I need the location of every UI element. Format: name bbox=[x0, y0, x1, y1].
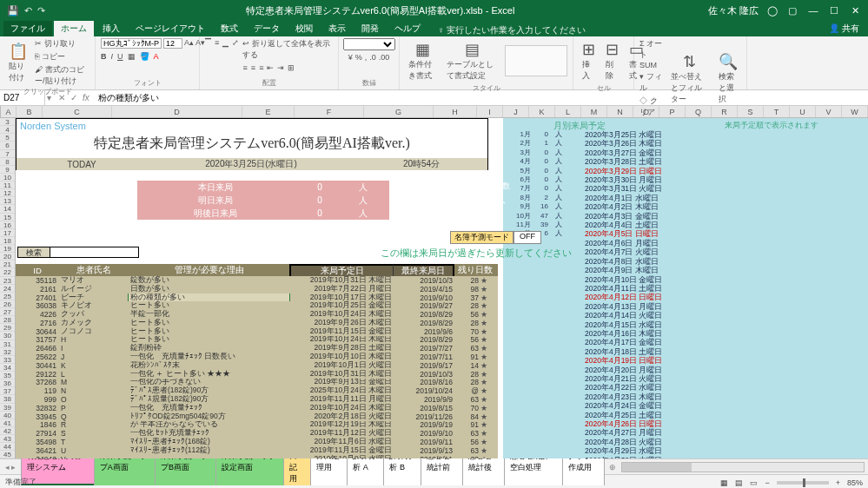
table-row[interactable]: 30644ノコノコヒート多い2019年11月15日 金曜日2019/9/670★ bbox=[16, 327, 498, 336]
col-header[interactable]: P bbox=[659, 106, 686, 117]
zoom-value[interactable]: 85% bbox=[847, 478, 863, 487]
zoom-out-icon[interactable]: − bbox=[765, 478, 769, 487]
table-row[interactable]: 4226クッパ半錠一部化2019年10月24日 木曜日2019/8/2956★ bbox=[16, 310, 498, 319]
col-header[interactable]: D bbox=[112, 106, 242, 117]
copy-button[interactable]: ⎘ コピー bbox=[35, 51, 89, 63]
search-box[interactable]: 検索 bbox=[17, 247, 139, 258]
view-pagebreak-icon[interactable]: ▭ bbox=[750, 478, 758, 487]
tab-file[interactable]: ファイル bbox=[3, 21, 52, 36]
col-header[interactable]: R bbox=[712, 106, 738, 117]
user-avatar-icon[interactable]: ◯ bbox=[767, 5, 778, 16]
insert-cells-button[interactable]: ⊞挿入 bbox=[579, 38, 599, 83]
row-header[interactable]: 22 bbox=[0, 268, 15, 276]
row-header[interactable]: 32 bbox=[0, 348, 15, 356]
zoom-slider[interactable] bbox=[777, 481, 829, 485]
currency-icon[interactable]: ¥ bbox=[348, 53, 353, 62]
table-row[interactable]: 35498Tﾏｲｽﾘｰ患者ﾁｪｯｸ(168錠)2019年11月6日 水曜日201… bbox=[16, 438, 498, 446]
number-format-select[interactable] bbox=[343, 38, 395, 50]
orientation-icon[interactable]: ⤢ bbox=[232, 38, 239, 61]
font-name-select[interactable] bbox=[101, 38, 162, 49]
col-header[interactable]: H bbox=[434, 106, 477, 117]
row-header[interactable]: 38 bbox=[0, 395, 15, 403]
comma-icon[interactable]: , bbox=[365, 53, 368, 62]
col-header[interactable]: C bbox=[43, 106, 112, 117]
mode-toggle[interactable]: 名簿予測モード OFF bbox=[450, 231, 541, 244]
wrap-text-button[interactable]: ↩ 折り返して全体を表示する bbox=[242, 38, 333, 61]
row-header[interactable]: 34 bbox=[0, 364, 15, 372]
share-button[interactable]: 👤 共有 bbox=[824, 21, 865, 36]
enter-formula-icon[interactable]: ✓ bbox=[70, 93, 77, 102]
name-box[interactable]: D27 bbox=[0, 90, 45, 105]
sheet-nav-first-icon[interactable]: ◂ bbox=[5, 463, 10, 472]
row-header[interactable]: 4 bbox=[0, 126, 15, 134]
search-input[interactable] bbox=[50, 247, 138, 257]
cut-button[interactable]: ✂ 切り取り bbox=[35, 38, 89, 49]
user-name[interactable]: 佐々木 隆広 bbox=[708, 4, 759, 17]
worksheet[interactable]: Norden System 特定患者来局管理システムver6.0(簡易型AI搭載… bbox=[16, 118, 868, 458]
undo-icon[interactable]: ↶ bbox=[24, 5, 32, 16]
tab-help[interactable]: ヘルプ bbox=[388, 21, 427, 36]
table-row[interactable]: 35118マリオ錠数が多い2019年10月31日 木曜日2019/10/328★ bbox=[16, 276, 498, 285]
table-row[interactable]: 31757Hヒート多い2019年10月24日 木曜日2019/8/2956★ bbox=[16, 336, 498, 345]
table-row[interactable]: 27401ピーチ粉の種類が多い2019年10月17日 木曜日2019/9/103… bbox=[16, 293, 498, 302]
col-header[interactable]: L bbox=[555, 106, 581, 117]
border-button[interactable]: ▦ bbox=[128, 52, 136, 61]
col-header[interactable]: I bbox=[477, 106, 503, 117]
row-header[interactable]: 36 bbox=[0, 379, 15, 387]
align-top-icon[interactable]: ▔ bbox=[205, 38, 211, 61]
tell-me[interactable]: ♀ 実行したい作業を入力してください bbox=[438, 24, 586, 36]
col-header[interactable]: E bbox=[242, 106, 295, 117]
view-normal-icon[interactable]: ▦ bbox=[720, 478, 728, 487]
ribbon-options-icon[interactable]: ▢ bbox=[786, 5, 798, 16]
minimize-icon[interactable]: — bbox=[807, 5, 819, 16]
row-header[interactable]: 6 bbox=[0, 142, 15, 149]
align-bottom-icon[interactable]: ▁ bbox=[222, 38, 229, 61]
row-header[interactable]: 45 bbox=[0, 451, 15, 458]
row-header[interactable]: 41 bbox=[0, 419, 15, 427]
table-row[interactable]: 2716カメックヒート多い2019年9月26日 木曜日2019/8/2928★ bbox=[16, 319, 498, 327]
cond-format-button[interactable]: ▦条件付き書式 bbox=[405, 38, 440, 83]
table-row[interactable]: 30441K花粉ｼﾝﾊﾞｽﾀ末2019年10月1日 火曜日2019/9/1714… bbox=[16, 361, 498, 370]
row-header[interactable]: 33 bbox=[0, 356, 15, 364]
row-header[interactable]: 42 bbox=[0, 427, 15, 435]
row-header[interactable]: 31 bbox=[0, 340, 15, 348]
horizontal-scrollbar[interactable] bbox=[621, 462, 865, 472]
table-row[interactable]: 32832P一包化 充填量ﾁｪｯｸ2019年10月24日 木曜日2019/8/1… bbox=[16, 404, 498, 412]
row-header[interactable]: 43 bbox=[0, 435, 15, 443]
indent-dec-icon[interactable]: ⇤ bbox=[267, 63, 274, 72]
table-row[interactable]: 33945QﾄﾘﾌﾟﾀOD錠25mg504錠90方2020年2月18日 火曜日2… bbox=[16, 412, 498, 421]
cancel-formula-icon[interactable]: ✕ bbox=[58, 93, 65, 102]
formula-bar[interactable]: 粉の種類が多い bbox=[95, 92, 868, 104]
maximize-icon[interactable]: ☐ bbox=[828, 5, 840, 16]
row-header[interactable]: 24 bbox=[0, 285, 15, 293]
inc-decimal-icon[interactable]: .0 bbox=[369, 53, 376, 62]
fill-color-button[interactable]: 🪣 bbox=[140, 52, 149, 61]
tab-formulas[interactable]: 数式 bbox=[214, 21, 245, 36]
indent-inc-icon[interactable]: ⇥ bbox=[277, 63, 284, 72]
row-header[interactable]: 15 bbox=[0, 214, 15, 221]
align-left-icon[interactable]: ≡ bbox=[243, 63, 248, 72]
table-row[interactable]: 34042V 2019年10月9日 水曜日2019/9/1128★ bbox=[16, 455, 498, 458]
row-header[interactable]: 3 bbox=[0, 118, 15, 126]
autosum-button[interactable]: Σ オート SUM bbox=[639, 38, 664, 69]
row-header[interactable]: 12 bbox=[0, 189, 15, 197]
row-header[interactable]: 23 bbox=[0, 277, 15, 285]
tab-data[interactable]: データ bbox=[247, 21, 287, 36]
row-header[interactable]: 14 bbox=[0, 205, 15, 213]
col-header[interactable]: M bbox=[581, 106, 607, 117]
close-icon[interactable]: ✕ bbox=[849, 5, 861, 16]
row-header[interactable]: 17 bbox=[0, 229, 15, 237]
zoom-in-icon[interactable]: + bbox=[836, 478, 840, 487]
row-header[interactable]: 25 bbox=[0, 293, 15, 300]
row-header[interactable]: 26 bbox=[0, 300, 15, 308]
save-icon[interactable]: 💾 bbox=[7, 5, 19, 16]
sheet-nav-prev-icon[interactable]: ▸ bbox=[11, 463, 16, 472]
row-header[interactable]: 21 bbox=[0, 260, 15, 268]
tab-home[interactable]: ホーム bbox=[54, 21, 94, 36]
row-header[interactable]: 30 bbox=[0, 332, 15, 340]
table-format-button[interactable]: ▤テーブルとして書式設定 bbox=[443, 38, 501, 83]
table-row[interactable]: 26466I錠剤粉砕2019年9月28日 土曜日2019/7/2763★ bbox=[16, 344, 498, 353]
underline-button[interactable]: U bbox=[117, 52, 123, 61]
font-size-select[interactable] bbox=[163, 38, 182, 49]
col-header[interactable]: F bbox=[295, 106, 364, 117]
